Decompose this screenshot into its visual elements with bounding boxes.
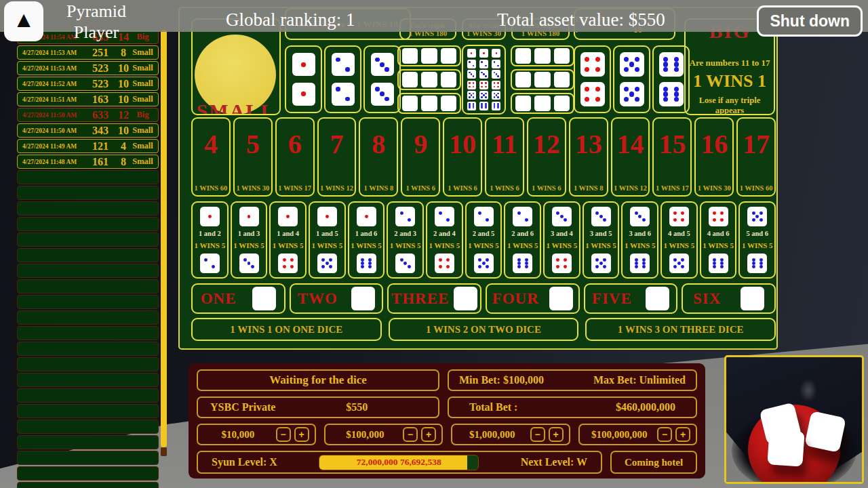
bet-pair-4-5[interactable]: 4 and 51 WINS 5: [660, 201, 698, 279]
betting-table: SMALL $460,000,000 Are numbers 4 to 10 1…: [178, 7, 778, 350]
bet-triple-1[interactable]: [397, 45, 461, 66]
bet-pair-2-4[interactable]: 2 and 41 WINS 5: [426, 201, 463, 279]
bet-single-5[interactable]: FIVE: [584, 283, 678, 314]
decrease-bet-button[interactable]: −: [276, 427, 291, 442]
increase-bet-button[interactable]: +: [294, 427, 309, 442]
bet-double-4[interactable]: [574, 45, 611, 113]
bet-single-3[interactable]: THREE: [387, 283, 481, 314]
die-face-2: [804, 411, 846, 453]
die-face-4: [669, 207, 689, 226]
bet-single-1[interactable]: ONE: [191, 283, 285, 314]
history-scrollbar[interactable]: [161, 30, 167, 447]
history-row-empty: [17, 435, 159, 449]
bet-pair-1-5[interactable]: 1 and 51 WINS 5: [309, 201, 346, 279]
die-face-5: [747, 207, 767, 226]
pair-label: 3 and 6: [629, 230, 651, 238]
level-label: Syun Level: X: [212, 456, 277, 468]
die-face-6: [492, 102, 500, 110]
bet-pair-2-5[interactable]: 2 and 51 WINS 5: [465, 201, 502, 279]
bet-pair-5-6[interactable]: 5 and 61 WINS 5: [738, 201, 776, 279]
bet-pair-1-6[interactable]: 1 and 61 WINS 5: [348, 201, 385, 279]
shutdown-button[interactable]: Shut down: [757, 5, 863, 37]
bet-pair-3-6[interactable]: 3 and 61 WINS 5: [621, 201, 658, 279]
die-face-3: [421, 96, 437, 111]
increase-bet-button[interactable]: +: [675, 427, 690, 442]
bet-double-3[interactable]: [363, 45, 401, 113]
bet-total-10[interactable]: 101 WINS 6: [443, 117, 482, 197]
bet-total-5[interactable]: 51 WINS 30: [233, 117, 273, 197]
bet-pair-3-5[interactable]: 3 and 51 WINS 5: [583, 201, 620, 279]
bet-pair-3-4[interactable]: 3 and 41 WINS 5: [543, 201, 580, 279]
bet-pair-2-6[interactable]: 2 and 61 WINS 5: [504, 201, 541, 279]
decrease-bet-button[interactable]: −: [657, 427, 672, 442]
any-triple-grid[interactable]: [462, 45, 506, 115]
bet-pair-4-6[interactable]: 4 and 61 WINS 5: [700, 201, 737, 279]
dice-viewport: [724, 355, 864, 484]
bet-triple-4[interactable]: [511, 45, 574, 66]
bet-pair-2-3[interactable]: 2 and 31 WINS 5: [387, 201, 424, 279]
bet-zone-small[interactable]: SMALL $460,000,000 Are numbers 4 to 10 1…: [191, 18, 281, 115]
bet-total-15[interactable]: 151 WINS 17: [652, 117, 692, 197]
total-odds: 1 WINS 6: [490, 184, 519, 192]
bet-total-16[interactable]: 161 WINS 30: [694, 117, 734, 197]
history-dice: 121: [86, 140, 115, 152]
global-ranking: Global ranking: 1: [226, 9, 355, 30]
increase-bet-button[interactable]: +: [549, 427, 564, 442]
single-label: TWO: [298, 290, 338, 308]
die-face-5: [479, 91, 488, 100]
bet-pair-1-3[interactable]: 1 and 31 WINS 5: [231, 201, 268, 279]
bet-total-4[interactable]: 41 WINS 60: [191, 117, 231, 197]
chip-value: $10,000: [203, 429, 273, 441]
bet-single-2[interactable]: TWO: [290, 283, 384, 314]
total-number: 8: [372, 131, 385, 158]
bet-triple-3[interactable]: [397, 93, 461, 114]
history-time: 4/27/2024 11:53 AM: [22, 49, 86, 56]
die-face-4: [549, 287, 573, 310]
bet-total-9[interactable]: 91 WINS 6: [401, 117, 440, 197]
total-asset-value: Total asset value: $550: [497, 9, 665, 30]
increase-bet-button[interactable]: +: [421, 427, 436, 442]
single-label: FOUR: [492, 290, 539, 308]
bet-single-4[interactable]: FOUR: [486, 283, 580, 314]
bet-total-17[interactable]: 171 WINS 60: [736, 117, 776, 197]
history-sum: 10: [115, 125, 132, 137]
bet-pair-1-2[interactable]: 1 and 21 WINS 5: [191, 201, 229, 279]
bet-total-14[interactable]: 141 WINS 12: [611, 117, 650, 197]
history-row: 4/27/2024 11:48 AM1618Small: [17, 155, 159, 169]
die-face-2: [332, 83, 355, 106]
level-progress-bar: 72,000,000 76,692,538: [319, 455, 479, 470]
bet-double-1[interactable]: [285, 45, 322, 113]
bet-total-8[interactable]: 81 WINS 8: [359, 117, 398, 197]
totals-row: 41 WINS 6051 WINS 3061 WINS 1771 WINS 12…: [191, 117, 776, 197]
bet-total-13[interactable]: 131 WINS 8: [569, 117, 608, 197]
pair-label: 1 and 2: [199, 230, 221, 238]
decrease-bet-button[interactable]: −: [403, 427, 418, 442]
bet-pair-1-4[interactable]: 1 and 41 WINS 5: [269, 201, 307, 279]
history-size: Small: [132, 157, 153, 167]
bet-triple-2[interactable]: [397, 69, 461, 90]
bet-triple-5[interactable]: [511, 69, 574, 90]
room-name: YSBC Private: [210, 401, 275, 413]
bet-double-2[interactable]: [324, 45, 361, 113]
bet-triple-6[interactable]: [511, 93, 574, 114]
status-text: Waiting for the dice: [269, 373, 367, 387]
decrease-bet-button[interactable]: −: [530, 427, 545, 442]
pair-odds: 1 WINS 5: [664, 242, 695, 249]
die-face-5: [669, 253, 689, 273]
bet-single-6[interactable]: SIX: [682, 283, 776, 314]
bet-total-7[interactable]: 71 WINS 12: [317, 117, 357, 197]
bet-total-12[interactable]: 121 WINS 6: [527, 117, 566, 197]
bet-total-6[interactable]: 61 WINS 17: [275, 117, 315, 197]
pair-odds: 1 WINS 5: [351, 242, 382, 249]
die-face-2: [351, 287, 375, 310]
history-row-empty: [17, 264, 159, 278]
die-face-4: [554, 48, 570, 64]
history-size: Small: [132, 125, 153, 136]
bet-double-5[interactable]: [613, 45, 650, 113]
pair-odds: 1 WINS 5: [390, 242, 421, 249]
history-dice: 161: [86, 156, 115, 168]
history-row-empty: [17, 201, 159, 216]
coming-hotel-button[interactable]: Coming hotel: [610, 451, 697, 474]
history-sum: 12: [115, 109, 132, 121]
bet-total-11[interactable]: 111 WINS 6: [485, 117, 524, 197]
